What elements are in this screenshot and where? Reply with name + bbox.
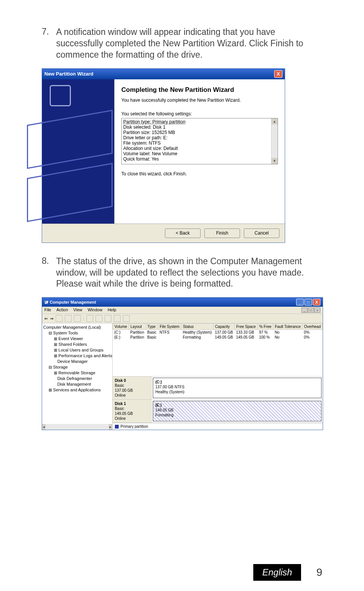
- horizontal-scrollbar[interactable]: ◄ ►: [42, 424, 112, 430]
- tree-node[interactable]: ⊞ Services and Applications: [43, 387, 111, 393]
- cancel-button[interactable]: Cancel: [244, 229, 279, 238]
- step-8: 8. The status of the drive, as shown in …: [42, 256, 322, 290]
- partition-block[interactable]: (E:) 149.05 GB Formatting: [153, 401, 322, 421]
- tree-node[interactable]: ⊞ Local Users and Groups: [43, 347, 111, 353]
- close-hint: To close this wizard, click Finish.: [121, 171, 278, 177]
- step-text: The status of the drive, as shown in the…: [56, 256, 322, 290]
- tree-node[interactable]: ⊟ System Tools: [43, 330, 111, 336]
- mdi-minimize[interactable]: _: [301, 307, 308, 313]
- titlebar: 🖳 Computer Management _ □ X: [42, 298, 323, 307]
- nav-forward-icon[interactable]: ⇒: [50, 316, 53, 321]
- mdi-restore[interactable]: □: [308, 307, 314, 313]
- setting-line: Partition size: 152625 MB: [123, 130, 276, 135]
- volume-grid[interactable]: Volume Layout Type File System Status Ca…: [113, 323, 323, 340]
- tree-node[interactable]: Device Manager: [43, 359, 111, 364]
- settings-label: You selected the following settings:: [121, 111, 278, 117]
- back-button[interactable]: < Back: [165, 229, 201, 238]
- computer-management-window: 🖳 Computer Management _ □ X File Action …: [42, 297, 323, 430]
- tree-node[interactable]: ⊞ Event Viewer: [43, 336, 111, 342]
- col-header[interactable]: Fault Tolerance: [273, 324, 302, 330]
- tree-pane[interactable]: Computer Management (Local) ⊟ System Too…: [42, 323, 113, 430]
- col-header[interactable]: File System: [158, 324, 181, 330]
- col-header[interactable]: Status: [181, 324, 213, 330]
- new-partition-wizard-dialog: New Partition Wizard X Completing the Ne…: [42, 68, 285, 243]
- col-header[interactable]: Free Space: [234, 324, 257, 330]
- minimize-button[interactable]: _: [296, 299, 304, 306]
- window-title: 🖳 Computer Management: [44, 300, 96, 304]
- close-button[interactable]: X: [274, 70, 282, 78]
- tree-node[interactable]: Disk Defragmenter: [43, 376, 111, 381]
- settings-listbox[interactable]: Partition type: Primary partition Disk s…: [121, 118, 278, 164]
- table-row[interactable]: (C:)PartitionBasicNTFSHealthy (System)13…: [113, 330, 322, 335]
- col-header[interactable]: Layout: [129, 324, 146, 330]
- step-number: 8.: [42, 256, 56, 290]
- wizard-subtext: You have successfully completed the New …: [121, 98, 278, 103]
- finish-button[interactable]: Finish: [204, 229, 240, 238]
- toolbar-button[interactable]: [96, 315, 102, 322]
- menu-action[interactable]: Action: [56, 307, 68, 313]
- mdi-close[interactable]: ×: [314, 307, 320, 313]
- scroll-down-icon[interactable]: ▼: [271, 158, 278, 164]
- disk-icon: [50, 85, 71, 106]
- tree-node[interactable]: Computer Management (Local): [43, 325, 111, 330]
- table-row[interactable]: (E:)PartitionBasicFormatting149.05 GB149…: [113, 335, 322, 340]
- toolbar: ⇐ ⇒ |: [42, 314, 323, 323]
- step-7: 7. A notification window will appear ind…: [42, 27, 322, 61]
- titlebar: New Partition Wizard X: [42, 69, 285, 79]
- menu-window[interactable]: Window: [88, 307, 102, 313]
- scrollbar[interactable]: ▲ ▼: [271, 118, 278, 164]
- legend-label: Primary partition: [121, 424, 148, 429]
- setting-line: File system: NTFS: [123, 140, 276, 146]
- toolbar-button[interactable]: [56, 315, 63, 322]
- tree-node[interactable]: Disk Management: [43, 381, 111, 387]
- col-header[interactable]: Volume: [113, 324, 129, 330]
- disk-info: Disk 0 Basic 137.00 GB Online: [113, 377, 152, 399]
- col-header[interactable]: Overhead: [303, 324, 323, 330]
- legend-color-icon: [115, 425, 119, 429]
- scroll-up-icon[interactable]: ▲: [271, 118, 278, 125]
- toolbar-button[interactable]: [114, 315, 121, 322]
- menubar: File Action View Window Help _ □ ×: [42, 307, 323, 314]
- setting-line: Allocation unit size: Default: [123, 146, 276, 151]
- tree-node[interactable]: ⊞ Removable Storage: [43, 370, 111, 376]
- wizard-content: Completing the New Partition Wizard You …: [115, 79, 285, 224]
- nav-back-icon[interactable]: ⇐: [44, 316, 48, 321]
- window-title: New Partition Wizard: [44, 71, 93, 77]
- close-button[interactable]: X: [313, 299, 320, 306]
- page-number: 9: [316, 566, 322, 578]
- toolbar-button[interactable]: [123, 315, 130, 322]
- toolbar-button[interactable]: [86, 315, 93, 322]
- tree-node[interactable]: ⊟ Storage: [43, 364, 111, 370]
- tree-node[interactable]: ⊞ Performance Logs and Alerts: [43, 353, 111, 359]
- partition-block[interactable]: (C:) 137.00 GB NTFS Healthy (System): [153, 378, 322, 398]
- toolbar-button[interactable]: [65, 315, 72, 322]
- scroll-right-icon[interactable]: ►: [109, 424, 112, 430]
- toolbar-button[interactable]: [74, 315, 81, 322]
- maximize-button[interactable]: □: [304, 299, 312, 306]
- disk-row[interactable]: Disk 0 Basic 137.00 GB Online (C:) 137.0…: [113, 377, 323, 400]
- disk-row[interactable]: Disk 1 Basic 149.05 GB Online (E:) 149.0…: [113, 400, 323, 423]
- setting-line: Disk selected: Disk 1: [123, 125, 276, 130]
- setting-line: Partition type: Primary partition: [123, 119, 276, 125]
- disk-map: Disk 0 Basic 137.00 GB Online (C:) 137.0…: [113, 376, 323, 423]
- tree-node[interactable]: ⊞ Shared Folders: [43, 342, 111, 347]
- col-header[interactable]: Type: [146, 324, 158, 330]
- setting-line: Quick format: Yes: [123, 156, 276, 162]
- col-header[interactable]: Capacity: [213, 324, 235, 330]
- scroll-left-icon[interactable]: ◄: [42, 424, 46, 430]
- menu-help[interactable]: Help: [108, 307, 116, 313]
- menu-view[interactable]: View: [73, 307, 82, 313]
- language-badge: English: [253, 564, 301, 581]
- setting-line: Volume label: New Volume: [123, 151, 276, 156]
- legend: Primary partition: [113, 423, 323, 430]
- wizard-heading: Completing the New Partition Wizard: [121, 86, 278, 94]
- page-footer: English 9: [253, 564, 322, 581]
- step-text: A notification window will appear indica…: [56, 27, 322, 61]
- wizard-sidebar: [42, 79, 115, 224]
- disk-info: Disk 1 Basic 149.05 GB Online: [113, 400, 152, 422]
- wizard-button-row: < Back Finish Cancel: [42, 224, 285, 243]
- menu-file[interactable]: File: [44, 307, 51, 313]
- toolbar-button[interactable]: [105, 315, 111, 322]
- col-header[interactable]: % Free: [257, 324, 273, 330]
- step-number: 7.: [42, 27, 56, 61]
